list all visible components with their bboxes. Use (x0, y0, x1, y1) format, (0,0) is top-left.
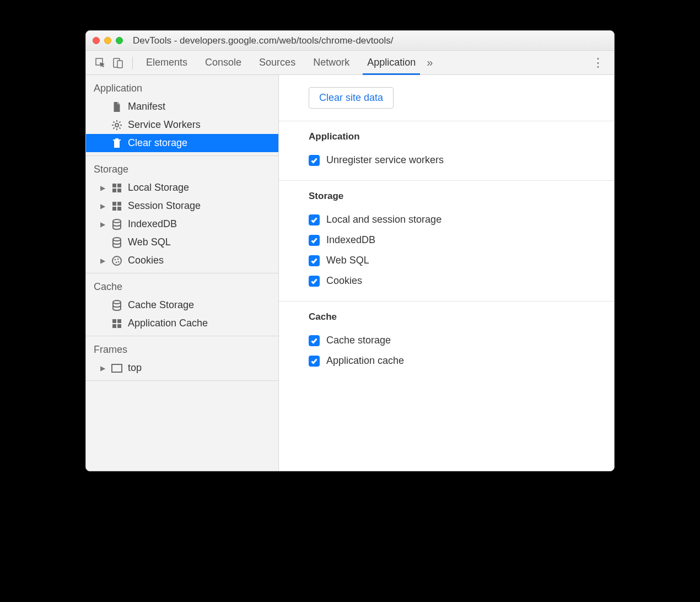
section-heading-cache: Cache (309, 311, 614, 322)
sidebar-item-session-storage[interactable]: ▶Session Storage (86, 197, 278, 215)
svg-rect-30 (117, 324, 121, 328)
db-icon (111, 219, 122, 230)
checkbox-row: Cookies (309, 271, 614, 291)
svg-point-22 (115, 259, 116, 260)
checkbox-web-sql[interactable] (309, 255, 320, 266)
svg-rect-28 (117, 319, 121, 323)
traffic-lights (93, 37, 123, 44)
svg-rect-11 (112, 184, 116, 187)
tab-elements[interactable]: Elements (137, 51, 196, 74)
expand-arrow-icon[interactable]: ▶ (100, 184, 106, 192)
toolbar-divider (132, 57, 133, 69)
close-window-button[interactable] (93, 37, 100, 44)
section-heading-application: Application (309, 131, 614, 142)
sidebar-group-application: Application (86, 77, 278, 98)
svg-rect-12 (117, 184, 121, 187)
tab-sources[interactable]: Sources (250, 51, 304, 74)
devtools-body: ApplicationManifestService WorkersClear … (86, 75, 614, 471)
db-icon (111, 300, 122, 311)
clear-storage-panel: Clear site dataApplicationUnregister ser… (279, 75, 614, 471)
sidebar-group-cache: Cache (86, 276, 278, 296)
expand-arrow-icon[interactable]: ▶ (100, 221, 106, 228)
application-sidebar: ApplicationManifestService WorkersClear … (86, 75, 279, 471)
sidebar-item-label: Service Workers (128, 119, 201, 131)
tab-console[interactable]: Console (196, 51, 250, 74)
checkbox-row: IndexedDB (309, 230, 614, 250)
svg-rect-1 (117, 61, 122, 68)
svg-line-8 (119, 127, 120, 128)
tab-application[interactable]: Application (358, 51, 424, 74)
grid-icon (111, 182, 122, 194)
grid-icon (111, 201, 122, 212)
sidebar-group-frames: Frames (86, 338, 278, 359)
svg-rect-14 (117, 189, 121, 192)
sidebar-item-cache-storage[interactable]: Cache Storage (86, 296, 278, 314)
checkbox-label: Local and session storage (326, 214, 441, 225)
window-title: DevTools - developers.google.com/web/too… (133, 35, 393, 46)
tab-network[interactable]: Network (304, 51, 358, 74)
panel-tabs: ElementsConsoleSourcesNetworkApplication (137, 51, 424, 74)
checkbox-label: IndexedDB (326, 234, 375, 246)
zoom-window-button[interactable] (116, 37, 123, 44)
checkbox-cookies[interactable] (309, 276, 320, 287)
sidebar-item-label: Web SQL (128, 237, 171, 248)
grid-icon (111, 318, 122, 329)
sidebar-item-web-sql[interactable]: Web SQL (86, 233, 278, 251)
device-toolbar-icon[interactable] (112, 57, 123, 68)
sidebar-item-indexeddb[interactable]: ▶IndexedDB (86, 215, 278, 233)
svg-rect-18 (117, 207, 121, 211)
checkbox-cache-storage[interactable] (309, 335, 320, 346)
sidebar-item-clear-storage[interactable]: Clear storage (86, 134, 278, 152)
checkbox-unregister-service-workers[interactable] (309, 155, 320, 166)
svg-point-2 (115, 123, 119, 127)
inspect-element-icon[interactable] (95, 57, 106, 68)
sidebar-item-cookies[interactable]: ▶Cookies (86, 251, 278, 270)
checkbox-label: Application cache (326, 355, 404, 367)
minimize-window-button[interactable] (104, 37, 111, 44)
sidebar-item-label: Cache Storage (128, 299, 194, 311)
checkbox-indexeddb[interactable] (309, 235, 320, 246)
clear-site-data-button[interactable]: Clear site data (309, 87, 394, 109)
checkbox-row: Application cache (309, 351, 614, 371)
db-icon (111, 237, 122, 248)
sidebar-item-top[interactable]: ▶top (86, 359, 278, 377)
sidebar-item-label: Cookies (128, 255, 164, 266)
checkbox-label: Web SQL (326, 255, 369, 266)
svg-rect-16 (117, 202, 121, 206)
svg-point-19 (113, 219, 121, 223)
svg-point-24 (116, 261, 117, 263)
frame-icon (111, 363, 122, 374)
expand-arrow-icon[interactable]: ▶ (100, 257, 106, 265)
gear-icon (111, 120, 122, 131)
svg-rect-15 (112, 202, 116, 206)
section-heading-storage: Storage (309, 191, 614, 202)
svg-point-21 (112, 256, 121, 265)
sidebar-item-label: Local Storage (128, 182, 189, 194)
devtools-toolbar: ElementsConsoleSourcesNetworkApplication… (86, 51, 614, 75)
expand-arrow-icon[interactable]: ▶ (100, 202, 106, 210)
checkbox-application-cache[interactable] (309, 356, 320, 367)
sidebar-item-application-cache[interactable]: Application Cache (86, 314, 278, 332)
sidebar-item-label: IndexedDB (128, 218, 177, 230)
sidebar-item-service-workers[interactable]: Service Workers (86, 116, 278, 134)
svg-line-7 (114, 121, 115, 122)
expand-arrow-icon[interactable]: ▶ (100, 364, 106, 372)
overflow-tabs-icon[interactable]: » (427, 56, 433, 69)
checkbox-label: Cookies (326, 275, 362, 287)
svg-point-25 (118, 261, 120, 262)
file-icon (111, 101, 122, 112)
sidebar-item-label: top (128, 362, 142, 374)
svg-point-20 (113, 238, 121, 241)
checkbox-local-and-session-storage[interactable] (309, 214, 320, 225)
svg-rect-13 (112, 189, 116, 192)
svg-rect-27 (112, 319, 116, 323)
checkbox-row: Unregister service workers (309, 150, 614, 170)
sidebar-item-local-storage[interactable]: ▶Local Storage (86, 179, 278, 197)
svg-rect-17 (112, 207, 116, 211)
trash-icon (111, 138, 122, 149)
sidebar-item-label: Application Cache (128, 318, 208, 329)
svg-point-26 (113, 300, 121, 304)
kebab-menu-icon[interactable]: ⋮ (586, 56, 610, 70)
svg-rect-31 (112, 364, 122, 372)
sidebar-item-manifest[interactable]: Manifest (86, 98, 278, 116)
